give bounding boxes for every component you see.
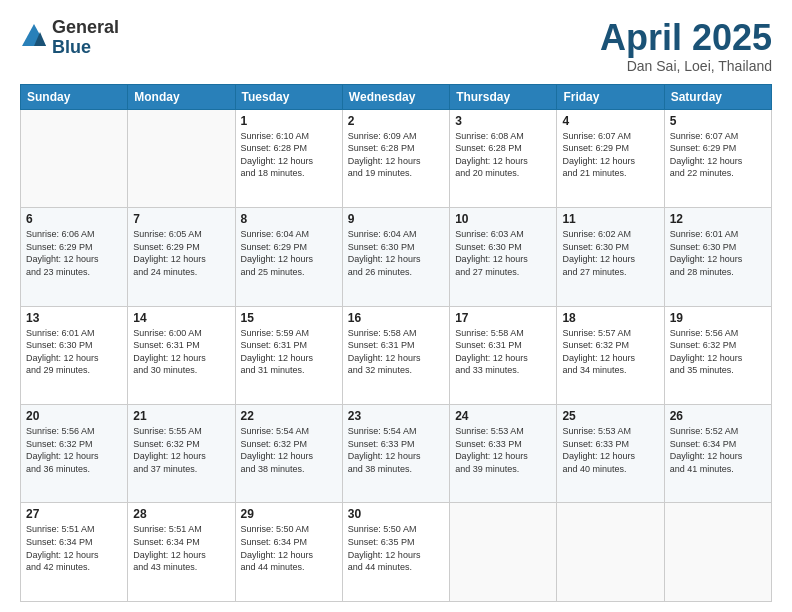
day-detail: Sunrise: 5:56 AM Sunset: 6:32 PM Dayligh… (26, 425, 122, 475)
calendar-cell: 21Sunrise: 5:55 AM Sunset: 6:32 PM Dayli… (128, 405, 235, 503)
calendar-cell (664, 503, 771, 602)
day-number: 16 (348, 311, 444, 325)
day-number: 10 (455, 212, 551, 226)
day-number: 18 (562, 311, 658, 325)
day-detail: Sunrise: 5:59 AM Sunset: 6:31 PM Dayligh… (241, 327, 337, 377)
day-detail: Sunrise: 5:52 AM Sunset: 6:34 PM Dayligh… (670, 425, 766, 475)
day-number: 14 (133, 311, 229, 325)
calendar-cell: 6Sunrise: 6:06 AM Sunset: 6:29 PM Daylig… (21, 208, 128, 306)
day-detail: Sunrise: 6:04 AM Sunset: 6:29 PM Dayligh… (241, 228, 337, 278)
calendar-header-tuesday: Tuesday (235, 84, 342, 109)
calendar-cell: 20Sunrise: 5:56 AM Sunset: 6:32 PM Dayli… (21, 405, 128, 503)
day-detail: Sunrise: 5:58 AM Sunset: 6:31 PM Dayligh… (348, 327, 444, 377)
calendar-header-sunday: Sunday (21, 84, 128, 109)
calendar-cell: 30Sunrise: 5:50 AM Sunset: 6:35 PM Dayli… (342, 503, 449, 602)
day-number: 12 (670, 212, 766, 226)
day-number: 22 (241, 409, 337, 423)
calendar-week-2: 6Sunrise: 6:06 AM Sunset: 6:29 PM Daylig… (21, 208, 772, 306)
calendar-cell: 18Sunrise: 5:57 AM Sunset: 6:32 PM Dayli… (557, 306, 664, 404)
calendar-cell: 1Sunrise: 6:10 AM Sunset: 6:28 PM Daylig… (235, 109, 342, 207)
day-number: 11 (562, 212, 658, 226)
calendar-cell: 14Sunrise: 6:00 AM Sunset: 6:31 PM Dayli… (128, 306, 235, 404)
day-detail: Sunrise: 5:53 AM Sunset: 6:33 PM Dayligh… (562, 425, 658, 475)
day-detail: Sunrise: 5:55 AM Sunset: 6:32 PM Dayligh… (133, 425, 229, 475)
day-number: 8 (241, 212, 337, 226)
day-detail: Sunrise: 6:02 AM Sunset: 6:30 PM Dayligh… (562, 228, 658, 278)
page: General Blue April 2025 Dan Sai, Loei, T… (0, 0, 792, 612)
day-detail: Sunrise: 6:08 AM Sunset: 6:28 PM Dayligh… (455, 130, 551, 180)
day-number: 13 (26, 311, 122, 325)
main-title: April 2025 (600, 18, 772, 58)
day-detail: Sunrise: 5:50 AM Sunset: 6:35 PM Dayligh… (348, 523, 444, 573)
calendar-header-saturday: Saturday (664, 84, 771, 109)
calendar-cell: 25Sunrise: 5:53 AM Sunset: 6:33 PM Dayli… (557, 405, 664, 503)
day-number: 19 (670, 311, 766, 325)
day-detail: Sunrise: 5:51 AM Sunset: 6:34 PM Dayligh… (26, 523, 122, 573)
day-number: 7 (133, 212, 229, 226)
calendar-week-1: 1Sunrise: 6:10 AM Sunset: 6:28 PM Daylig… (21, 109, 772, 207)
day-detail: Sunrise: 5:54 AM Sunset: 6:32 PM Dayligh… (241, 425, 337, 475)
header: General Blue April 2025 Dan Sai, Loei, T… (20, 18, 772, 74)
calendar-cell (128, 109, 235, 207)
day-detail: Sunrise: 6:01 AM Sunset: 6:30 PM Dayligh… (670, 228, 766, 278)
calendar-cell: 27Sunrise: 5:51 AM Sunset: 6:34 PM Dayli… (21, 503, 128, 602)
calendar-header-monday: Monday (128, 84, 235, 109)
logo-general: General (52, 18, 119, 38)
calendar-header-thursday: Thursday (450, 84, 557, 109)
calendar-cell: 26Sunrise: 5:52 AM Sunset: 6:34 PM Dayli… (664, 405, 771, 503)
day-detail: Sunrise: 5:54 AM Sunset: 6:33 PM Dayligh… (348, 425, 444, 475)
subtitle: Dan Sai, Loei, Thailand (600, 58, 772, 74)
day-number: 2 (348, 114, 444, 128)
calendar-week-5: 27Sunrise: 5:51 AM Sunset: 6:34 PM Dayli… (21, 503, 772, 602)
day-detail: Sunrise: 6:06 AM Sunset: 6:29 PM Dayligh… (26, 228, 122, 278)
day-number: 23 (348, 409, 444, 423)
title-block: April 2025 Dan Sai, Loei, Thailand (600, 18, 772, 74)
day-number: 3 (455, 114, 551, 128)
day-detail: Sunrise: 5:56 AM Sunset: 6:32 PM Dayligh… (670, 327, 766, 377)
day-detail: Sunrise: 6:10 AM Sunset: 6:28 PM Dayligh… (241, 130, 337, 180)
day-number: 28 (133, 507, 229, 521)
calendar-cell: 2Sunrise: 6:09 AM Sunset: 6:28 PM Daylig… (342, 109, 449, 207)
day-number: 1 (241, 114, 337, 128)
calendar-cell: 13Sunrise: 6:01 AM Sunset: 6:30 PM Dayli… (21, 306, 128, 404)
logo-text: General Blue (52, 18, 119, 58)
calendar-cell (21, 109, 128, 207)
calendar-week-3: 13Sunrise: 6:01 AM Sunset: 6:30 PM Dayli… (21, 306, 772, 404)
day-number: 25 (562, 409, 658, 423)
calendar-cell: 12Sunrise: 6:01 AM Sunset: 6:30 PM Dayli… (664, 208, 771, 306)
calendar-cell: 17Sunrise: 5:58 AM Sunset: 6:31 PM Dayli… (450, 306, 557, 404)
day-number: 24 (455, 409, 551, 423)
logo: General Blue (20, 18, 119, 58)
day-number: 30 (348, 507, 444, 521)
day-detail: Sunrise: 5:58 AM Sunset: 6:31 PM Dayligh… (455, 327, 551, 377)
day-detail: Sunrise: 6:03 AM Sunset: 6:30 PM Dayligh… (455, 228, 551, 278)
day-number: 20 (26, 409, 122, 423)
calendar-header-friday: Friday (557, 84, 664, 109)
calendar-cell (450, 503, 557, 602)
day-detail: Sunrise: 6:05 AM Sunset: 6:29 PM Dayligh… (133, 228, 229, 278)
day-number: 15 (241, 311, 337, 325)
calendar-cell: 11Sunrise: 6:02 AM Sunset: 6:30 PM Dayli… (557, 208, 664, 306)
day-number: 21 (133, 409, 229, 423)
logo-blue: Blue (52, 38, 119, 58)
calendar-cell: 16Sunrise: 5:58 AM Sunset: 6:31 PM Dayli… (342, 306, 449, 404)
calendar-cell: 4Sunrise: 6:07 AM Sunset: 6:29 PM Daylig… (557, 109, 664, 207)
calendar-table: SundayMondayTuesdayWednesdayThursdayFrid… (20, 84, 772, 602)
calendar-cell: 24Sunrise: 5:53 AM Sunset: 6:33 PM Dayli… (450, 405, 557, 503)
day-number: 6 (26, 212, 122, 226)
day-detail: Sunrise: 5:53 AM Sunset: 6:33 PM Dayligh… (455, 425, 551, 475)
calendar-cell: 28Sunrise: 5:51 AM Sunset: 6:34 PM Dayli… (128, 503, 235, 602)
calendar-cell: 23Sunrise: 5:54 AM Sunset: 6:33 PM Dayli… (342, 405, 449, 503)
day-number: 17 (455, 311, 551, 325)
calendar-header-wednesday: Wednesday (342, 84, 449, 109)
day-detail: Sunrise: 6:04 AM Sunset: 6:30 PM Dayligh… (348, 228, 444, 278)
calendar-cell: 7Sunrise: 6:05 AM Sunset: 6:29 PM Daylig… (128, 208, 235, 306)
calendar-cell: 22Sunrise: 5:54 AM Sunset: 6:32 PM Dayli… (235, 405, 342, 503)
calendar-cell: 8Sunrise: 6:04 AM Sunset: 6:29 PM Daylig… (235, 208, 342, 306)
day-detail: Sunrise: 6:07 AM Sunset: 6:29 PM Dayligh… (670, 130, 766, 180)
calendar-week-4: 20Sunrise: 5:56 AM Sunset: 6:32 PM Dayli… (21, 405, 772, 503)
day-detail: Sunrise: 5:57 AM Sunset: 6:32 PM Dayligh… (562, 327, 658, 377)
calendar-cell: 10Sunrise: 6:03 AM Sunset: 6:30 PM Dayli… (450, 208, 557, 306)
day-number: 5 (670, 114, 766, 128)
logo-icon (20, 22, 48, 50)
